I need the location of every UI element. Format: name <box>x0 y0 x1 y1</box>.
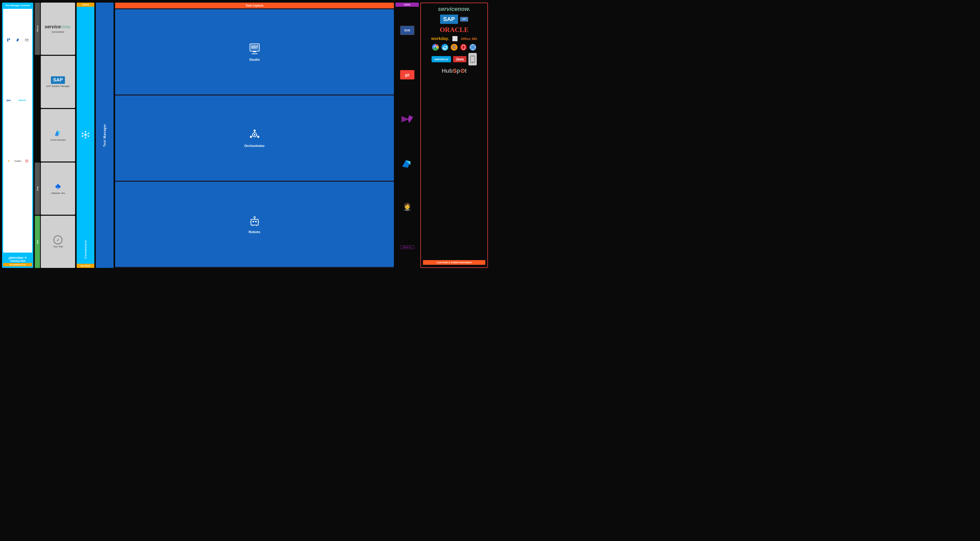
jira-label: Atlassian Jira <box>51 192 65 194</box>
svg-point-55 <box>441 44 448 51</box>
svg-point-39 <box>254 216 255 218</box>
java-logo: Java <box>453 56 466 62</box>
blue-modules-container: Studio Orchest <box>115 8 394 268</box>
tm-items-panel: TM 2.0 servicenow. ServiceNow SAP SAP So… <box>35 3 75 268</box>
studio-label: Studio <box>249 58 259 62</box>
your-tool-label: Your Tool <box>53 245 63 248</box>
your-tool-icon: ✓ <box>54 235 62 244</box>
azure-pipelines-item <box>400 159 414 168</box>
servicenow-integration-logo: servicenow. <box>438 6 470 13</box>
cloud-label: Cloud <box>76 3 94 7</box>
connectors-label: Connectors <box>84 240 87 259</box>
svg-text:SVN: SVN <box>404 29 410 32</box>
test-manager-connect-panel: Test Manager Connect IBM ZЁPHYR TestRail <box>2 3 33 268</box>
sdk-label: SDK <box>35 216 40 268</box>
svg-rect-37 <box>255 221 257 222</box>
logo-azure-sm <box>13 10 22 70</box>
workday-logo: workday. <box>431 36 449 41</box>
orchestrator-label: Orchestrator <box>244 144 265 148</box>
svg-point-13 <box>85 137 86 138</box>
cicd-body: SVN git <box>395 7 419 268</box>
jenkins-item: 🤵 <box>403 203 412 211</box>
logo-zephyr: ZЁPHYR <box>13 70 31 130</box>
sap-logo: SAP <box>51 76 65 84</box>
servicenow-label: ServiceNow <box>52 31 64 33</box>
logo-ibm: IBM <box>4 70 13 130</box>
svg-rect-68 <box>471 56 475 63</box>
firefox-icon <box>450 44 458 51</box>
on-prem-label: On-Prem <box>76 264 94 268</box>
svg-point-69 <box>472 62 473 63</box>
visual-studio-icon <box>400 114 414 124</box>
oracle-logo: ORACLE <box>440 26 468 34</box>
api-text: API <box>463 18 466 20</box>
left-panel-title: Test Manager Connect <box>5 4 30 7</box>
tasktop-hub-label: Tasktop Hub <box>10 260 25 262</box>
integrations-panel: servicenow. SAP API ORACLE workday. ⬜ Of… <box>420 3 488 268</box>
planview-section: planview. ➤ Tasktop Hub <box>3 254 32 263</box>
servicenow-logo-text: servicenow. <box>45 24 71 30</box>
test-manager-panel: Test Manager <box>96 3 113 268</box>
azure-devops-icon <box>54 129 62 138</box>
svg-rect-4 <box>25 39 28 41</box>
servicenow-tm-item[interactable]: servicenow. ServiceNow <box>41 3 75 55</box>
git-item: git <box>400 70 414 79</box>
planview-logo: planview. ➤ <box>9 256 27 260</box>
uipath-cli-item: UiPath CLI <box>400 246 414 249</box>
svg-marker-3 <box>16 39 19 41</box>
chrome-icon <box>432 44 439 51</box>
workday-office365-row: workday. ⬜ Office 365 <box>423 36 485 41</box>
subversion-item: SVN <box>400 26 414 35</box>
salesforce-row: salesforce Java <box>423 53 485 65</box>
studio-module[interactable]: Studio <box>115 10 394 95</box>
svg-point-14 <box>82 135 83 137</box>
svg-marker-49 <box>408 115 413 123</box>
svg-point-10 <box>85 131 86 132</box>
git-icon-box: git <box>400 70 414 79</box>
cicd-panel: CI/CD SVN git <box>395 3 419 268</box>
azure-pipelines-icon <box>400 159 414 168</box>
svg-text:git: git <box>405 73 409 77</box>
edge-icon <box>441 44 449 51</box>
sap-tm-item[interactable]: SAP SAP Solution Manager <box>41 56 75 108</box>
main-content-area: Task Capture Studio <box>115 3 394 268</box>
azure-label: Azure DevOps <box>50 139 66 141</box>
studio-icon <box>248 42 261 57</box>
tm-connect-logos: IBM ZЁPHYR TestRail <box>3 9 32 252</box>
svg-rect-0 <box>7 38 8 40</box>
hubspot-logo: HubSp⊙t <box>442 68 467 74</box>
test-manager-label: Test Manager <box>103 124 107 147</box>
mobile-icon <box>468 53 477 65</box>
svg-point-12 <box>88 135 89 137</box>
opera-icon <box>460 44 467 51</box>
svg-marker-5 <box>8 160 10 162</box>
svg-point-31 <box>257 136 259 138</box>
svg-rect-2 <box>7 40 8 41</box>
visual-studio-item <box>400 114 414 124</box>
oracle-row: ORACLE <box>423 26 485 34</box>
robots-icon <box>248 215 261 229</box>
sap-integration-logo: SAP <box>440 14 458 24</box>
orchestrator-module[interactable]: Orchestrator <box>115 95 394 181</box>
servicenow-row: servicenow. <box>423 6 485 13</box>
svg-point-34 <box>254 134 255 135</box>
connectors-bar: Connectors <box>76 7 94 264</box>
cicd-header: CI/CD <box>395 3 419 7</box>
test-manager-bar: Test Manager <box>96 3 113 268</box>
jira-tm-item[interactable]: Atlassian Jira <box>41 162 75 215</box>
browsers-row <box>423 44 485 51</box>
your-tool-tm-item[interactable]: ✓ Your Tool <box>41 216 75 268</box>
xray-label: Xray <box>35 162 40 215</box>
svg-point-15 <box>82 133 83 134</box>
orchestrator-icon <box>248 129 261 143</box>
svg-rect-27 <box>253 51 256 52</box>
azure-tm-item[interactable]: Azure DevOps <box>41 109 75 161</box>
robots-module[interactable]: Robots <box>115 182 394 267</box>
office365-logo: Office 365 <box>461 37 477 41</box>
svg-point-30 <box>254 130 256 132</box>
logo-testrail: TestRail <box>13 131 22 191</box>
safari-icon <box>469 44 476 51</box>
atlassian-jira-icon <box>54 182 62 191</box>
planview-text: planview. <box>9 256 24 260</box>
task-capture-header: Task Capture <box>115 3 394 8</box>
